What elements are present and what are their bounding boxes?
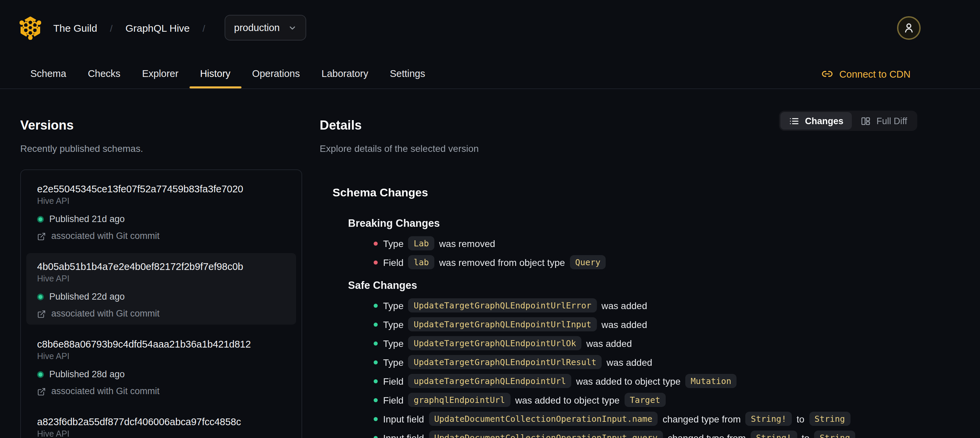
bullet-dot [374, 398, 378, 403]
safe-change-row: FieldupdateTargetGraphQLEndpointUrlwas a… [361, 374, 917, 389]
tab-checks[interactable]: Checks [77, 59, 131, 88]
changes-toggle-label: Changes [805, 116, 843, 126]
safe-change-row: TypeUpdateTargetGraphQLEndpointUrlResult… [361, 355, 917, 370]
change-text: was added to object type [576, 376, 681, 387]
safe-change-row: TypeUpdateTargetGraphQLEndpointUrlOkwas … [361, 336, 917, 350]
app-root: The Guild / GraphQL Hive / production Sc… [0, 0, 980, 438]
version-published: Published 22d ago [37, 290, 285, 304]
link-icon [822, 68, 833, 80]
tab-schema[interactable]: Schema [19, 59, 77, 88]
change-text: was added to object type [515, 395, 620, 406]
full-diff-toggle-label: Full Diff [877, 116, 907, 126]
change-text: Field [383, 395, 404, 406]
safe-change-row: Input fieldUpdateDocumentCollectionOpera… [361, 431, 917, 438]
safe-change-row: FieldgraphqlEndpointUrlwas added to obje… [361, 393, 917, 407]
change-text: Type [383, 300, 404, 311]
published-text: Published 21d ago [49, 213, 125, 226]
safe-changes-title: Safe Changes [348, 279, 917, 293]
git-commit-text: associated with Git commit [51, 231, 159, 243]
version-hash: c8b6e88a06793b9c4dfd54aaa21b36a1b421d812 [37, 338, 285, 351]
full-diff-toggle-button[interactable]: Full Diff [852, 112, 916, 130]
breaking-changes-list: TypeLabwas removedFieldlabwas removed fr… [361, 237, 917, 270]
version-published: Published 21d ago [37, 213, 285, 226]
schema-member-chip: UpdateDocumentCollectionOperationInput.q… [429, 431, 663, 438]
breaking-change-row: Fieldlabwas removed from object typeQuer… [361, 255, 917, 270]
version-hash: a823f6db2a55df877dcf406006abca97fcc4858c [37, 416, 285, 429]
bullet-dot [374, 436, 378, 438]
chevron-down-icon [288, 23, 296, 32]
connect-to-cdn-label: Connect to CDN [839, 68, 910, 79]
change-text: to [797, 414, 804, 425]
version-list: e2e55045345ce13fe07f52a77459b83fa3fe7020… [20, 170, 302, 438]
schema-member-chip: Target [624, 393, 665, 407]
version-card[interactable]: a823f6db2a55df877dcf406006abca97fcc4858c… [26, 409, 296, 438]
bullet-dot [374, 417, 378, 422]
change-text: was added [601, 300, 647, 311]
git-commit-link[interactable]: associated with Git commit [37, 308, 285, 320]
git-commit-link[interactable]: associated with Git commit [37, 386, 285, 398]
tab-explorer[interactable]: Explorer [131, 59, 189, 88]
bullet-dot [374, 342, 378, 346]
bullet-dot [374, 261, 378, 265]
schema-member-chip: UpdateTargetGraphQLEndpointUrlError [408, 299, 597, 313]
app-header: The Guild / GraphQL Hive / production Sc… [0, 0, 980, 89]
schema-member-chip: UpdateTargetGraphQLEndpointUrlOk [408, 336, 582, 350]
tab-laboratory[interactable]: Laboratory [310, 59, 379, 88]
breadcrumb: The Guild / GraphQL Hive / [53, 0, 205, 56]
schema-member-chip: Query [570, 255, 606, 270]
change-text: Input field [383, 433, 424, 438]
list-icon [789, 116, 800, 126]
user-avatar[interactable] [897, 16, 921, 40]
schema-member-chip: graphqlEndpointUrl [408, 393, 511, 407]
changes-toggle-button[interactable]: Changes [781, 112, 852, 130]
safe-change-row: TypeUpdateTargetGraphQLEndpointUrlInputw… [361, 317, 917, 332]
published-text: Published 28d ago [49, 368, 125, 382]
schema-member-chip: String! [746, 412, 792, 426]
versions-title: Versions [20, 117, 302, 133]
git-commit-text: associated with Git commit [51, 308, 159, 320]
bullet-dot [374, 380, 378, 384]
tab-operations[interactable]: Operations [241, 59, 310, 88]
git-commit-text: associated with Git commit [51, 386, 159, 398]
connect-to-cdn-button[interactable]: Connect to CDN [822, 68, 910, 80]
breadcrumb-org[interactable]: The Guild [53, 22, 97, 34]
change-text: was added [607, 357, 652, 368]
main-nav-tabs: SchemaChecksExplorerHistoryOperationsLab… [19, 59, 436, 88]
version-card[interactable]: c8b6e88a06793b9c4dfd54aaa21b36a1b421d812… [26, 331, 296, 403]
bullet-dot [374, 361, 378, 365]
schema-member-chip: UpdateDocumentCollectionOperationInput.n… [429, 412, 658, 426]
version-card[interactable]: e2e55045345ce13fe07f52a77459b83fa3fe7020… [26, 176, 296, 247]
published-text: Published 22d ago [49, 290, 125, 304]
git-commit-link[interactable]: associated with Git commit [37, 231, 285, 243]
safe-change-row: TypeUpdateTargetGraphQLEndpointUrlErrorw… [361, 299, 917, 313]
change-text: was added [586, 338, 632, 349]
view-toggle: Changes Full Diff [780, 111, 917, 131]
hive-logo-icon[interactable] [19, 16, 41, 40]
schema-member-chip: UpdateTargetGraphQLEndpointUrlInput [408, 317, 597, 332]
target-selector-dropdown[interactable]: production [224, 15, 306, 40]
published-status-dot [37, 294, 44, 301]
schema-member-chip: String [814, 431, 855, 438]
external-link-icon [37, 232, 46, 241]
schema-member-chip: Lab [408, 237, 434, 251]
version-card[interactable]: 4b05ab51b1b4a7e2e4b0ef82172f2b9f7ef98c0b… [26, 253, 296, 325]
change-text: Type [383, 338, 404, 349]
change-text: Type [383, 238, 404, 249]
published-status-dot [37, 371, 44, 378]
change-text: Input field [383, 414, 424, 425]
tab-settings[interactable]: Settings [379, 59, 436, 88]
version-published: Published 28d ago [37, 368, 285, 382]
change-text: was added [601, 319, 647, 330]
schema-member-chip: lab [408, 255, 434, 270]
tab-history[interactable]: History [189, 59, 241, 88]
schema-member-chip: Mutation [685, 374, 737, 389]
change-text: Field [383, 376, 404, 387]
change-text: Field [383, 257, 404, 268]
change-text: to [802, 433, 809, 438]
bullet-dot [374, 242, 378, 246]
schema-member-chip: UpdateTargetGraphQLEndpointUrlResult [408, 355, 602, 370]
person-icon [903, 22, 915, 34]
breadcrumb-project[interactable]: GraphQL Hive [126, 22, 190, 34]
external-link-icon [37, 387, 46, 396]
external-link-icon [37, 310, 46, 319]
